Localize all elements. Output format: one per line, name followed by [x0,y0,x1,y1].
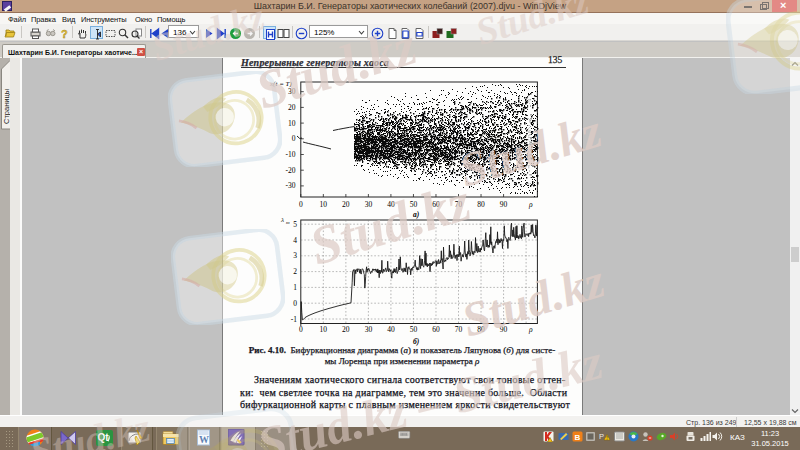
svg-text:70: 70 [455,325,463,334]
svg-text:3: 3 [293,251,297,260]
svg-text:50: 50 [410,325,418,334]
svg-text:0: 0 [299,325,303,334]
svg-text:W: W [199,434,209,445]
svg-text:0: 0 [292,134,296,143]
svg-text:-20: -20 [286,166,296,175]
svg-text:4: 4 [293,236,297,245]
svg-text:-10: -10 [286,150,296,159]
svg-text:20: 20 [288,103,296,112]
svg-text:-30: -30 [286,181,296,190]
svg-text:30: 30 [365,200,373,209]
svg-text:0: 0 [299,200,303,209]
svg-text:!: ! [606,435,607,441]
svg-text:ρ: ρ [528,325,533,334]
svg-text:10: 10 [288,119,296,128]
svg-text:40: 40 [387,325,395,334]
svg-text:Qt: Qt [98,432,110,443]
svg-text:30: 30 [288,87,296,96]
svg-text:80: 80 [477,325,485,334]
svg-text:2: 2 [293,267,297,276]
svg-text:5: 5 [293,220,297,229]
svg-text:30: 30 [365,325,373,334]
svg-text:B: B [575,433,581,442]
svg-text:60: 60 [432,325,440,334]
svg-text:10: 10 [320,200,328,209]
svg-text:?: ? [61,28,68,40]
svg-text:10: 10 [320,325,328,334]
svg-text:1: 1 [293,283,297,292]
svg-text:80: 80 [477,200,485,209]
svg-text:20: 20 [342,325,350,334]
svg-text:40: 40 [387,200,395,209]
svg-text:70: 70 [455,200,463,209]
svg-text:m: m [286,220,290,225]
svg-text:P: P [599,432,604,441]
svg-text:λ: λ [280,216,284,224]
svg-text:50: 50 [410,200,418,209]
svg-text:ρ: ρ [528,200,533,209]
svg-text:20: 20 [342,200,350,209]
svg-text:0: 0 [293,299,297,308]
svg-text:60: 60 [432,200,440,209]
svg-text:-1: -1 [291,315,297,324]
svg-text:90: 90 [500,325,508,334]
svg-text:90: 90 [500,200,508,209]
